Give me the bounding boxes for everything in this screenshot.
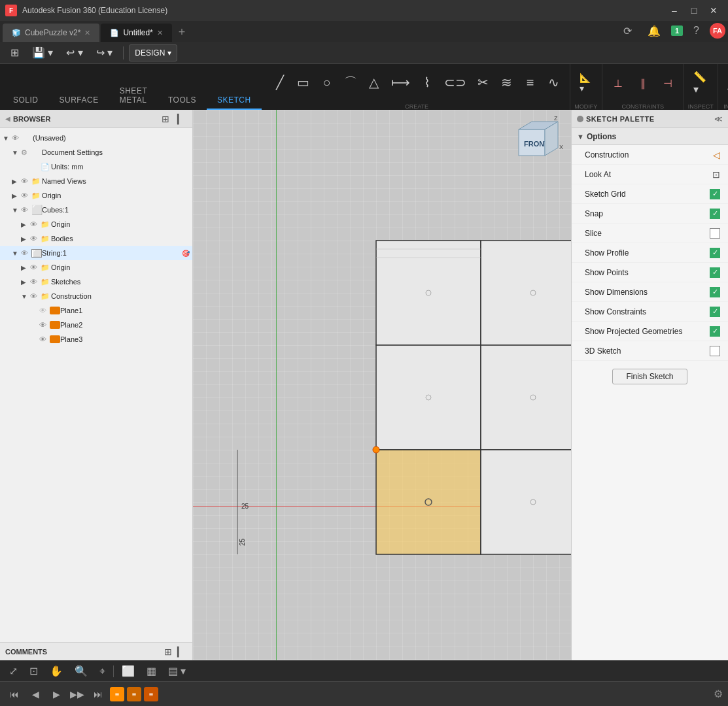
sp-check-showprofile[interactable] bbox=[710, 248, 720, 258]
browser-menu-btn[interactable]: ▎ bbox=[175, 112, 187, 126]
tab-cubepuzzle[interactable]: 🧊 CubePuzzle v2* ✕ bbox=[3, 24, 99, 42]
circle-tool[interactable]: ○ bbox=[315, 65, 339, 101]
sp-row-slice[interactable]: Slice bbox=[572, 224, 728, 243]
tl-item-2[interactable]: ≡ bbox=[127, 687, 141, 701]
sp-check-showconstraints[interactable] bbox=[710, 307, 720, 317]
tree-item-units[interactable]: 📄 Units: mm bbox=[0, 160, 192, 174]
tab-close-button[interactable]: ✕ bbox=[84, 29, 90, 37]
sp-row-showdimensions[interactable]: Show Dimensions bbox=[572, 282, 728, 302]
user-avatar[interactable]: FA bbox=[710, 23, 725, 39]
help-button[interactable]: ? bbox=[688, 22, 704, 39]
sp-options-header[interactable]: ▼ Options bbox=[572, 128, 728, 145]
triangle-tool[interactable]: △ bbox=[362, 65, 386, 101]
tab-surface[interactable]: SURFACE bbox=[49, 64, 109, 110]
bb-btn-4[interactable]: 🔍 bbox=[71, 664, 92, 679]
undo-button[interactable]: ↩ ▾ bbox=[61, 44, 88, 61]
close-button[interactable]: ✕ bbox=[704, 3, 723, 18]
add-tab-button[interactable]: + bbox=[173, 25, 191, 39]
line-tool[interactable]: ╱ bbox=[268, 65, 292, 101]
tree-item-origin1[interactable]: ▶ 👁 📁 Origin bbox=[0, 188, 192, 203]
sp-check-slice[interactable] bbox=[710, 228, 720, 239]
tab-sheetmetal[interactable]: SHEET METAL bbox=[109, 64, 158, 110]
bb-btn-1[interactable]: ⤢ bbox=[5, 664, 22, 679]
comments-arrow-btn[interactable]: ▎ bbox=[175, 645, 187, 658]
rect-tool[interactable]: ▭ bbox=[292, 65, 315, 101]
browser-collapse-btn[interactable]: ◀ bbox=[5, 115, 10, 122]
redo-button[interactable]: ↪ ▾ bbox=[91, 44, 118, 61]
sp-check-showdimensions[interactable] bbox=[710, 287, 720, 297]
wave-tool[interactable]: ∿ bbox=[542, 65, 566, 101]
pattern-tool[interactable]: ≋ bbox=[495, 65, 519, 101]
tree-item-sketches[interactable]: ▶ 👁 📁 Sketches bbox=[0, 275, 192, 289]
tl-item-1[interactable]: ≡ bbox=[110, 687, 124, 701]
sp-row-lookat[interactable]: Look At ⊡ bbox=[572, 165, 728, 184]
save-button[interactable]: 💾 ▾ bbox=[27, 44, 58, 61]
sp-row-sketchgrid[interactable]: Sketch Grid bbox=[572, 184, 728, 204]
timeline-settings-icon[interactable]: ⚙ bbox=[714, 688, 723, 700]
ellipse-tool[interactable]: ⊂⊃ bbox=[439, 65, 472, 101]
tab-tools[interactable]: TOOLS bbox=[158, 64, 207, 110]
tree-item-string[interactable]: ▼ 👁 ⬜ String:1 🎯 bbox=[0, 246, 192, 260]
bb-btn-2[interactable]: ⊡ bbox=[26, 664, 42, 679]
tree-item-plane1[interactable]: 👁 Plane1 bbox=[0, 303, 192, 318]
tree-item-construction[interactable]: ▼ 👁 📁 Construction bbox=[0, 289, 192, 303]
sp-row-showprofile[interactable]: Show Profile bbox=[572, 243, 728, 263]
history-button[interactable]: ⟳ bbox=[618, 22, 637, 39]
tree-item-plane2[interactable]: 👁 Plane2 bbox=[0, 318, 192, 332]
tree-item-unsaved[interactable]: ▼ 👁 (Unsaved) bbox=[0, 131, 192, 145]
tl-first-btn[interactable]: ⏮ bbox=[5, 685, 24, 703]
bb-btn-8[interactable]: ▤ ▾ bbox=[164, 664, 190, 679]
sp-row-showpoints[interactable]: Show Points bbox=[572, 263, 728, 282]
sp-arrows-btn[interactable]: ≪ bbox=[714, 114, 723, 124]
sp-row-3dsketch[interactable]: 3D Sketch bbox=[572, 341, 728, 361]
modify-btn[interactable]: 📐▾ bbox=[574, 65, 598, 101]
sp-check-snap[interactable] bbox=[710, 209, 720, 219]
maximize-button[interactable]: □ bbox=[685, 3, 703, 18]
canvas-area[interactable]: 25 bbox=[193, 110, 571, 660]
trim-tool[interactable]: ✂ bbox=[472, 65, 495, 101]
grid-menu-button[interactable]: ⊞ bbox=[5, 44, 24, 61]
inspect-btn[interactable]: 📏▾ bbox=[688, 65, 714, 101]
constraint-v[interactable]: ∥ bbox=[631, 65, 655, 101]
constraint-p[interactable]: ⊣ bbox=[656, 65, 680, 101]
tree-item-bodies[interactable]: ▶ 👁 📁 Bodies bbox=[0, 231, 192, 246]
bb-btn-7[interactable]: ▦ bbox=[143, 664, 160, 679]
sp-check-showpoints[interactable] bbox=[710, 267, 720, 278]
tree-item-docsettings[interactable]: ▼ ⚙ Document Settings bbox=[0, 145, 192, 160]
bb-btn-3[interactable]: ✋ bbox=[46, 664, 67, 679]
bb-btn-6[interactable]: ⬜ bbox=[118, 664, 139, 679]
spline-tool[interactable]: ⌇ bbox=[415, 65, 439, 101]
view-cube[interactable]: FRONT Z X bbox=[512, 116, 558, 162]
tree-item-string-origin[interactable]: ▶ 👁 📁 Origin bbox=[0, 260, 192, 275]
sp-row-construction[interactable]: Construction ◁ bbox=[572, 145, 728, 165]
comments-expand-btn[interactable]: ⊞ bbox=[162, 645, 175, 658]
tree-item-cubes[interactable]: ▼ 👁 ⬜ Cubes:1 bbox=[0, 203, 192, 217]
sp-row-snap[interactable]: Snap bbox=[572, 204, 728, 224]
constraint-h[interactable]: ⊥ bbox=[606, 65, 630, 101]
design-mode-button[interactable]: DESIGN ▾ bbox=[129, 44, 177, 61]
insert-btn[interactable]: 🖼▾ bbox=[722, 65, 728, 101]
text-tool[interactable]: ≡ bbox=[519, 65, 542, 101]
browser-expand-btn[interactable]: ⊞ bbox=[159, 112, 172, 126]
notification-button[interactable]: 🔔 bbox=[642, 22, 666, 39]
tl-last-btn[interactable]: ⏭ bbox=[89, 685, 107, 703]
tab-untitled[interactable]: 📄 Untitled* ✕ bbox=[101, 24, 171, 42]
sp-row-showprojected[interactable]: Show Projected Geometries bbox=[572, 322, 728, 341]
arc-tool[interactable]: ⌒ bbox=[339, 65, 362, 101]
sp-check-3dsketch[interactable] bbox=[710, 346, 720, 356]
dim-tool[interactable]: ⟼ bbox=[386, 65, 415, 101]
bb-btn-5[interactable]: ⌖ bbox=[95, 664, 109, 679]
tree-item-namedviews[interactable]: ▶ 👁 📁 Named Views bbox=[0, 174, 192, 188]
minimize-button[interactable]: – bbox=[665, 3, 684, 18]
sp-check-sketchgrid[interactable] bbox=[710, 189, 720, 199]
tl-play-btn[interactable]: ▶ bbox=[47, 685, 65, 703]
tab-close-untitled[interactable]: ✕ bbox=[157, 29, 163, 37]
tl-prev-btn[interactable]: ◀ bbox=[26, 685, 44, 703]
sp-finish-sketch-button[interactable]: Finish Sketch bbox=[612, 369, 687, 384]
tree-item-plane3[interactable]: 👁 Plane3 bbox=[0, 332, 192, 346]
sp-row-showconstraints[interactable]: Show Constraints bbox=[572, 302, 728, 322]
tab-solid[interactable]: SOLID bbox=[3, 64, 49, 110]
sp-check-showprojected[interactable] bbox=[710, 326, 720, 337]
tree-item-cubes-origin[interactable]: ▶ 👁 📁 Origin bbox=[0, 217, 192, 231]
tab-sketch[interactable]: SKETCH bbox=[207, 64, 262, 110]
